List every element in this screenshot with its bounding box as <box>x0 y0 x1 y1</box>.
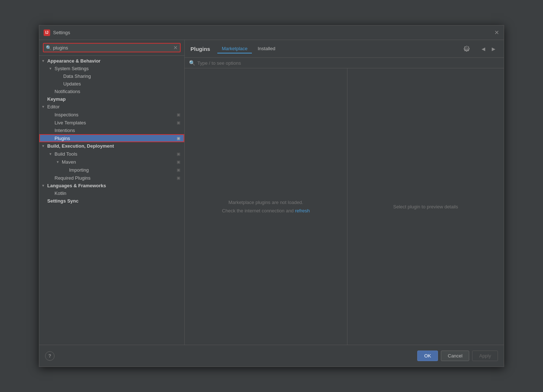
dialog-body: 🔍 ✕ ▾ Appearance & Behavior ▾ System Set… <box>39 40 504 345</box>
sidebar-item-data-sharing[interactable]: Data Sharing <box>39 72 184 80</box>
preview-panel: Select plugin to preview details <box>347 68 504 345</box>
back-button[interactable]: ◀ <box>479 44 488 53</box>
content-area: Marketplace plugins are not loaded. Chec… <box>185 68 504 345</box>
sidebar-item-kotlin[interactable]: Kotlin <box>39 189 184 197</box>
settings-icon: ▣ <box>176 151 181 157</box>
settings-icon: ▣ <box>176 167 181 173</box>
sidebar-item-settings-sync[interactable]: Settings Sync <box>39 197 184 205</box>
main-content: Plugins Marketplace Installed ◀ ▶ <box>185 40 504 345</box>
marketplace-empty-line1: Marketplace plugins are not loaded. <box>222 198 310 207</box>
marketplace-empty-line2: Check the internet connection and refres… <box>222 207 310 215</box>
tab-marketplace[interactable]: Marketplace <box>217 44 252 53</box>
arrow-icon: ▾ <box>42 59 47 63</box>
ok-button[interactable]: OK <box>417 351 438 361</box>
app-icon: IJ <box>44 29 50 36</box>
sidebar-item-languages[interactable]: ▾ Languages & Frameworks <box>39 182 184 189</box>
settings-dialog: IJ Settings ✕ 🔍 ✕ ▾ Appearance & Behavio… <box>39 25 504 367</box>
sidebar-item-build-exec[interactable]: ▾ Build, Execution, Deployment <box>39 142 184 150</box>
bottom-bar: ? OK Cancel Apply <box>39 345 504 367</box>
gear-button[interactable] <box>462 44 472 54</box>
sidebar-item-inspections[interactable]: Inspections ▣ <box>39 111 184 119</box>
nav-arrows: ◀ ▶ <box>479 44 498 53</box>
forward-button[interactable]: ▶ <box>489 44 498 53</box>
search-input[interactable] <box>53 45 173 51</box>
settings-icon: ▣ <box>176 159 181 165</box>
search-plugins-icon: 🔍 <box>189 60 195 66</box>
plugins-header: Plugins Marketplace Installed ◀ ▶ <box>185 40 504 58</box>
action-buttons: OK Cancel Apply <box>417 351 498 361</box>
search-icon: 🔍 <box>46 45 52 51</box>
apply-button[interactable]: Apply <box>472 351 498 361</box>
sidebar-item-required-plugins[interactable]: Required Plugins ▣ <box>39 174 184 182</box>
settings-icon: ▣ <box>176 175 181 181</box>
plugins-title: Plugins <box>190 46 210 52</box>
refresh-link[interactable]: refresh <box>295 208 310 213</box>
settings-icon: ▣ <box>176 135 181 141</box>
settings-icon: ▣ <box>176 112 181 117</box>
sidebar-item-notifications[interactable]: Notifications <box>39 88 184 95</box>
cancel-button[interactable]: Cancel <box>441 351 469 361</box>
search-plugins-bar: 🔍 <box>185 58 504 68</box>
preview-text: Select plugin to preview details <box>393 204 458 209</box>
sidebar-item-keymap[interactable]: Keymap <box>39 95 184 103</box>
sidebar-item-intentions[interactable]: Intentions <box>39 127 184 134</box>
sidebar-item-build-tools[interactable]: ▾ Build Tools ▣ <box>39 150 184 158</box>
sidebar-item-system-settings[interactable]: ▾ System Settings <box>39 65 184 72</box>
search-bar: 🔍 ✕ <box>39 40 184 56</box>
sidebar-item-live-templates[interactable]: Live Templates ▣ <box>39 119 184 127</box>
tab-bar: Marketplace Installed <box>217 44 454 53</box>
sidebar-item-editor[interactable]: ▾ Editor <box>39 103 184 111</box>
sidebar-item-appearance[interactable]: ▾ Appearance & Behavior <box>39 57 184 65</box>
sidebar-item-updates[interactable]: Updates <box>39 80 184 88</box>
clear-search-button[interactable]: ✕ <box>173 45 178 51</box>
marketplace-empty-state: Marketplace plugins are not loaded. Chec… <box>222 198 310 215</box>
search-plugins-input[interactable] <box>197 60 499 66</box>
settings-icon: ▣ <box>176 120 181 125</box>
arrow-icon: ▾ <box>42 104 47 109</box>
marketplace-panel: Marketplace plugins are not loaded. Chec… <box>185 68 347 345</box>
arrow-icon: ▾ <box>42 183 47 188</box>
arrow-icon: ▾ <box>57 160 62 164</box>
search-input-wrap[interactable]: 🔍 ✕ <box>43 43 181 52</box>
close-button[interactable]: ✕ <box>494 30 499 36</box>
sidebar-item-maven[interactable]: ▾ Maven ▣ <box>39 158 184 166</box>
arrow-icon: ▾ <box>42 144 47 148</box>
help-button[interactable]: ? <box>45 351 55 361</box>
arrow-icon: ▾ <box>49 152 55 156</box>
dialog-title: Settings <box>53 30 494 35</box>
title-bar: IJ Settings ✕ <box>39 25 504 40</box>
arrow-icon: ▾ <box>49 66 55 71</box>
sidebar: 🔍 ✕ ▾ Appearance & Behavior ▾ System Set… <box>39 40 185 345</box>
sidebar-item-plugins[interactable]: Plugins ▣ <box>39 134 184 142</box>
tab-installed[interactable]: Installed <box>253 44 279 53</box>
nav-tree: ▾ Appearance & Behavior ▾ System Setting… <box>39 56 184 345</box>
sidebar-item-importing[interactable]: Importing ▣ <box>39 166 184 174</box>
